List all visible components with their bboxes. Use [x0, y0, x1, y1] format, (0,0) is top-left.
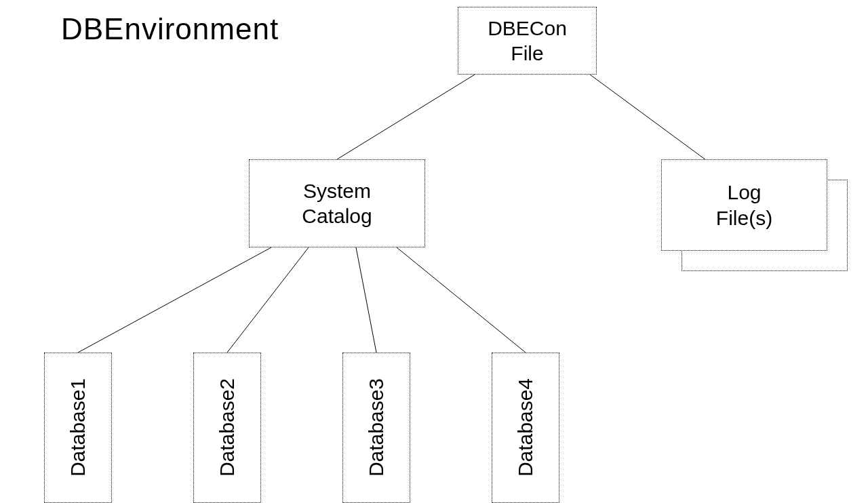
node-system-catalog-line1: System [303, 180, 371, 202]
svg-line-3 [227, 247, 309, 353]
node-database-1-label: Database1 [65, 378, 91, 477]
node-log-files: Log File(s) [661, 159, 827, 251]
node-dbecon-file: DBECon File [458, 7, 597, 75]
node-database-2: Database2 [193, 353, 261, 503]
svg-line-0 [337, 75, 475, 159]
svg-line-4 [356, 247, 376, 353]
node-log-files-line1: Log [727, 181, 761, 203]
svg-line-2 [78, 247, 271, 353]
node-database-3-label: Database3 [363, 378, 389, 477]
svg-line-1 [590, 75, 719, 169]
svg-line-5 [397, 247, 526, 353]
node-dbecon-line1: DBECon [488, 17, 567, 39]
node-database-4-label: Database4 [513, 378, 538, 477]
diagram-title: DBEnvironment [61, 12, 279, 46]
node-database-1: Database1 [44, 353, 112, 503]
node-log-files-line2: File(s) [716, 207, 772, 229]
node-dbecon-line2: File [511, 42, 543, 64]
node-database-3: Database3 [342, 353, 410, 503]
node-database-4: Database4 [492, 353, 559, 503]
diagram-canvas: DBEnvironment DBECon File System Catalog… [0, 0, 868, 503]
node-system-catalog: System Catalog [249, 159, 425, 247]
node-database-2-label: Database2 [214, 378, 240, 477]
node-system-catalog-line2: Catalog [302, 205, 372, 227]
